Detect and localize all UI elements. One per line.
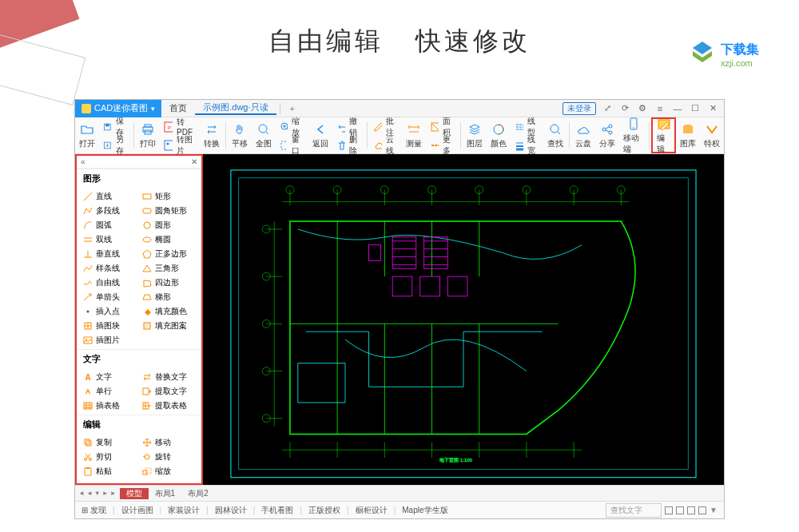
tool-fillcolor[interactable]: 填充颜色 — [139, 304, 198, 319]
tb-open[interactable]: 打开 — [75, 117, 99, 153]
tab-nav[interactable]: ◄◄▼►► — [75, 490, 120, 497]
status-icon-3[interactable] — [687, 506, 695, 514]
tool-insertimg[interactable]: 插图片 — [80, 333, 139, 347]
tb-mobile[interactable]: 移动端 — [619, 117, 647, 153]
tab-home[interactable]: 首页 — [161, 102, 195, 114]
tab-model[interactable]: 模型 — [120, 488, 149, 499]
status-dropdown-icon[interactable]: ▼ — [710, 506, 718, 514]
collapse-icon[interactable]: « — [81, 157, 85, 166]
tb-more[interactable]: 更多 — [426, 136, 459, 154]
tool-ellipse[interactable]: 椭圆 — [139, 232, 198, 247]
tool-freeline[interactable]: 自由线 — [80, 276, 139, 290]
tab-layout2[interactable]: 布局2 — [181, 488, 215, 499]
settings-icon[interactable]: ⚙ — [636, 102, 649, 115]
tb-gallery[interactable]: 图库 — [676, 117, 700, 153]
tool-extracttable[interactable]: 提取表格 — [139, 399, 198, 413]
tb-clouddisk[interactable]: 云盘 — [571, 117, 595, 153]
tool-fillpat[interactable]: 填充图案 — [139, 319, 198, 333]
tool-polyline[interactable]: 多段线 — [80, 204, 139, 218]
tb-del[interactable]: 删除 — [332, 136, 365, 154]
tb-convert[interactable]: 转换 — [200, 117, 224, 153]
dropdown-icon[interactable]: ▾ — [151, 105, 155, 113]
fillcolor-icon — [142, 307, 152, 316]
tab-file[interactable]: 示例图.dwg·只读 — [195, 101, 276, 115]
tool-circle[interactable]: 圆形 — [139, 218, 198, 232]
tb-vip[interactable]: 特权 — [700, 117, 724, 153]
expand-icon[interactable]: ⤢ — [601, 102, 614, 115]
tool-replacetext[interactable]: 替换文字 — [139, 370, 198, 384]
svg-rect-24 — [143, 208, 151, 213]
tool-rect[interactable]: 矩形 — [139, 189, 198, 204]
tb-cloud[interactable]: 云线 — [369, 136, 402, 154]
tb-layer[interactable]: 图层 — [463, 117, 487, 153]
refresh-icon[interactable]: ⟳ — [618, 102, 631, 115]
tool-trapezoid[interactable]: 梯形 — [139, 290, 198, 304]
bb-cabinet[interactable]: 橱柜设计 — [349, 505, 394, 516]
tb-color[interactable]: 颜色 — [487, 117, 511, 153]
tb-back[interactable]: 返回 — [308, 117, 332, 153]
tb-measure[interactable]: 测量 — [402, 117, 426, 153]
tb-saveas[interactable]: 另存 — [99, 136, 132, 154]
bb-maple[interactable]: Maple学生版 — [396, 505, 454, 516]
tool-roundrect[interactable]: 圆角矩形 — [139, 204, 198, 218]
tb-window[interactable]: 窗口 — [276, 136, 308, 154]
app-title[interactable]: CAD迷你看图 ▾ — [75, 100, 161, 117]
canvas[interactable]: 地下室图 1:100 — [203, 154, 724, 485]
login-button[interactable]: 未登录 — [562, 102, 596, 115]
tool-scale[interactable]: 缩放 — [139, 464, 198, 478]
tool-spline[interactable]: 样条线 — [80, 261, 139, 276]
tool-triangle[interactable]: 三角形 — [139, 261, 198, 276]
status-icon-2[interactable] — [676, 506, 684, 514]
tb-share[interactable]: 分享 — [595, 117, 619, 153]
bb-homedesign[interactable]: 家装设计 — [161, 505, 206, 516]
bb-auth[interactable]: 正版授权 — [302, 505, 347, 516]
tool-arrow[interactable]: 单箭头 — [80, 290, 139, 304]
tool-quad[interactable]: 四边形 — [139, 276, 198, 290]
bb-landscape[interactable]: 园林设计 — [209, 505, 253, 516]
menu-icon[interactable]: ≡ — [654, 102, 666, 115]
svg-rect-4 — [145, 125, 151, 127]
rotate-icon — [142, 452, 152, 462]
tb-pan[interactable]: 平移 — [228, 117, 252, 153]
pdf-icon: P — [164, 121, 173, 133]
tool-arc[interactable]: 圆弧 — [80, 218, 139, 232]
maximize-icon[interactable]: ☐ — [689, 102, 702, 115]
tool-line[interactable]: 直线 — [80, 189, 139, 204]
tb-full[interactable]: 全图 — [252, 117, 276, 153]
minimize-icon[interactable]: — — [671, 102, 684, 115]
tool-extracttext[interactable]: 提取文字 — [139, 384, 198, 399]
search-input[interactable]: 查找文字 — [606, 503, 662, 518]
tool-polygon[interactable]: 正多边形 — [139, 247, 198, 261]
tool-vline[interactable]: 垂直线 — [80, 247, 139, 261]
close-icon[interactable]: ✕ — [706, 102, 719, 115]
tool-singleline[interactable]: A单行 — [80, 384, 139, 399]
tool-cut[interactable]: 剪切 — [80, 450, 139, 464]
tool-rotate[interactable]: 旋转 — [139, 450, 198, 464]
status-icon-4[interactable] — [698, 506, 706, 514]
tb-find[interactable]: 查找 — [543, 117, 567, 153]
tb-print[interactable]: 打印 — [136, 117, 160, 153]
tool-insertpt[interactable]: 插入点 — [80, 304, 139, 319]
image-icon — [164, 140, 173, 151]
bb-discover[interactable]: ⊞ 发现 — [75, 505, 113, 516]
status-icon-1[interactable] — [665, 506, 673, 514]
tool-dline[interactable]: 双线 — [80, 232, 139, 247]
tb-edit[interactable]: 编辑 — [651, 117, 676, 153]
close-panel-icon[interactable]: ✕ — [191, 157, 197, 166]
tool-move[interactable]: 移动 — [139, 435, 198, 450]
section-shapes: 图形 — [77, 169, 201, 188]
tb-toimg[interactable]: 转图片 — [160, 136, 200, 154]
tool-paste[interactable]: 粘贴 — [80, 464, 139, 478]
tab-add-icon[interactable]: + — [284, 104, 301, 113]
bb-designdraw[interactable]: 设计画图 — [115, 505, 160, 516]
tab-layout1[interactable]: 布局1 — [149, 488, 182, 499]
tool-text[interactable]: A文字 — [80, 370, 139, 384]
tool-copy[interactable]: 复制 — [80, 435, 139, 450]
svg-rect-32 — [143, 388, 149, 395]
tool-insertblk[interactable]: 插图块 — [80, 319, 139, 333]
svg-rect-93 — [447, 276, 467, 296]
svg-rect-35 — [85, 439, 89, 444]
tool-inserttable[interactable]: 插表格 — [80, 399, 139, 413]
bb-mobileview[interactable]: 手机看图 — [255, 505, 300, 516]
tb-linewidth[interactable]: 线宽 — [511, 136, 543, 154]
